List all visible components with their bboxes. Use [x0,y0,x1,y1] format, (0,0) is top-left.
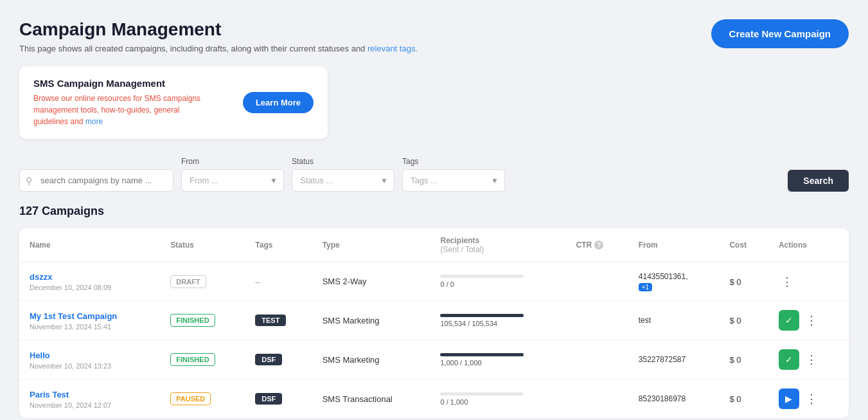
campaign-date: November 13, 2024 15:41 [30,323,150,331]
col-from: From [628,228,720,262]
campaign-date: November 10, 2024 13:23 [30,362,150,370]
action-play-button[interactable]: ▶ [779,388,799,409]
tags-select[interactable]: Tags ... [402,169,505,192]
table-row: Hello November 10, 2024 13:23 FINISHEDDS… [19,340,849,379]
actions-cell: ✓ ⋮ [779,310,838,331]
campaigns-table: Name Status Tags Type Recipients (Sent /… [19,228,849,418]
status-badge: PAUSED [170,392,211,405]
tags-filter-group: Tags Tags ... ▼ [402,157,505,192]
progress-bar-fill [440,353,524,356]
status-badge: DRAFT [170,275,206,288]
campaigns-count: 127 Campaigns [19,205,849,218]
campaign-type: SMS Transactional [312,379,430,419]
action-more-button[interactable]: ⋮ [779,272,795,291]
from-label: From [181,157,284,166]
tags-label: Tags [402,157,505,166]
action-more-button[interactable]: ⋮ [803,389,820,408]
from-number: 41435501361, [639,272,709,281]
tag-empty: – [255,277,260,287]
recipients-label: 105,534 / 105,534 [440,320,555,327]
actions-cell: ✓ ⋮ [779,349,838,370]
status-select-wrapper: Status ... ▼ [292,169,394,192]
search-wrapper: ⚲ [19,169,173,192]
campaign-name-link[interactable]: dszzx [30,272,52,282]
from-number: 85230186978 [639,394,709,403]
from-number: test [639,316,709,325]
actions-cell: ⋮ [779,272,838,291]
filter-row: ⚲ From From ... ▼ Status Status ... ▼ Ta… [19,157,849,192]
ctr-cell [566,340,628,379]
recipients-label: 0 / 0 [440,280,555,288]
col-ctr: CTR ? [566,228,628,262]
col-status: Status [160,228,245,262]
table-row: My 1st Test Campaign November 13, 2024 1… [19,301,849,340]
status-badge: FINISHED [170,314,215,327]
campaign-date: November 10, 2024 12:07 [30,401,150,409]
tag-badge: DSF [255,393,282,405]
cost-value: $ 0 [729,316,741,325]
ctr-cell [566,379,628,419]
from-select[interactable]: From ... [181,169,284,192]
campaign-name-link[interactable]: Hello [30,351,50,360]
progress-bar-container [440,392,524,396]
learn-more-button[interactable]: Learn More [243,92,314,113]
search-icon: ⚲ [26,176,32,186]
col-type: Type [312,228,430,262]
info-card-body: Browse our online resources for SMS camp… [33,93,213,127]
from-cell: 41435501361, +1 [628,262,720,301]
create-campaign-button[interactable]: Create New Campaign [711,19,849,48]
table-row: Paris Test November 10, 2024 12:07 PAUSE… [19,379,849,419]
col-cost: Cost [719,228,768,262]
col-recipients: Recipients (Sent / Total) [430,228,565,262]
status-select[interactable]: Status ... [292,169,394,192]
table-row: dszzx December 10, 2024 08:09 DRAFT–SMS … [19,262,849,301]
page-title: Campaign Management [19,19,418,40]
action-more-button[interactable]: ⋮ [803,350,820,369]
action-check-button[interactable]: ✓ [779,310,799,331]
info-card-more-link[interactable]: more [85,117,103,126]
progress-bar-container [440,314,524,317]
status-label: Status [292,157,394,166]
status-filter-group: Status Status ... ▼ [292,157,394,192]
col-actions: Actions [768,228,849,262]
from-select-wrapper: From ... ▼ [181,169,284,192]
actions-cell: ▶ ⋮ [779,388,838,409]
campaign-name-link[interactable]: My 1st Test Campaign [30,311,117,321]
from-extra: +1 [639,283,652,291]
campaign-type: SMS Marketing [312,301,430,340]
recipients-label: 0 / 1,000 [440,398,555,406]
search-button[interactable]: Search [788,170,849,192]
search-input[interactable] [19,169,173,192]
ctr-info-icon[interactable]: ? [594,241,603,250]
campaign-name-link[interactable]: Paris Test [30,390,69,399]
ctr-cell [566,301,628,340]
ctr-cell [566,262,628,301]
from-cell: 85230186978 [628,379,720,419]
action-more-button[interactable]: ⋮ [803,311,820,330]
campaign-type: SMS 2-Way [312,262,430,301]
action-check-button[interactable]: ✓ [779,349,799,370]
campaign-type: SMS Marketing [312,340,430,379]
subtitle-link[interactable]: relevant tags. [368,44,418,53]
from-cell: test [628,301,720,340]
campaign-date: December 10, 2024 08:09 [30,284,150,291]
col-name: Name [19,228,160,262]
tag-badge: DSF [255,354,282,365]
from-cell: 35227872587 [628,340,720,379]
info-card: SMS Campaign Management Browse our onlin… [19,66,328,139]
progress-bar-container [440,353,524,356]
campaigns-table-container: Name Status Tags Type Recipients (Sent /… [19,228,849,418]
tags-select-wrapper: Tags ... ▼ [402,169,505,192]
cost-value: $ 0 [729,355,741,365]
cost-value: $ 0 [729,394,741,404]
cost-value: $ 0 [729,277,741,287]
info-card-title: SMS Campaign Management [33,78,213,89]
status-badge: FINISHED [170,353,215,366]
col-tags: Tags [245,228,312,262]
progress-bar-container [440,275,524,278]
progress-bar-fill [440,314,524,317]
from-number: 35227872587 [639,355,709,364]
recipients-label: 1,000 / 1,000 [440,359,555,367]
page-subtitle: This page shows all created campaigns, i… [19,44,418,53]
from-filter-group: From From ... ▼ [181,157,284,192]
